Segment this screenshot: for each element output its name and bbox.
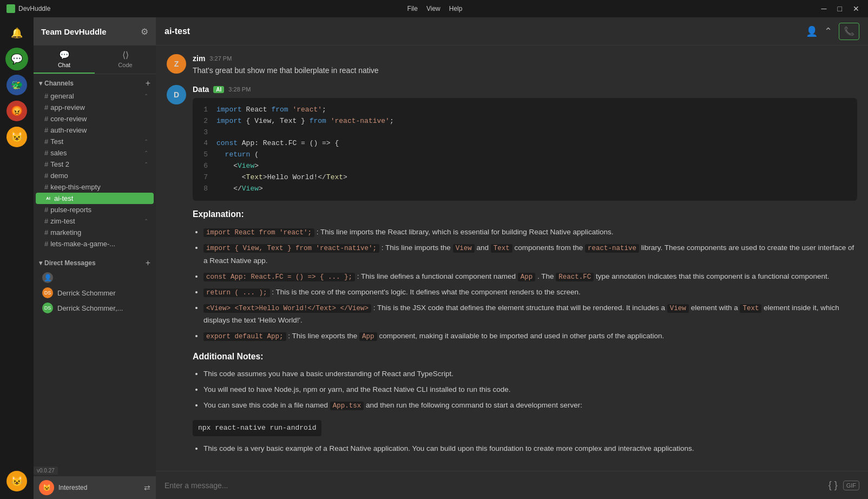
channels-label: Channels bbox=[44, 80, 74, 87]
notes-item-3: You can save this code in a file named A… bbox=[203, 399, 857, 412]
channel-item-left: # sales bbox=[44, 149, 67, 157]
channel-item-left: # lets-make-a-game-... bbox=[44, 240, 115, 248]
channel-item-test[interactable]: # Test ⌃ bbox=[36, 136, 154, 147]
channel-item-game[interactable]: # lets-make-a-game-... bbox=[36, 238, 154, 250]
phone-icon: 📞 bbox=[844, 26, 854, 36]
notes-final-item: This code is a very basic example of a R… bbox=[203, 443, 857, 455]
settings-icon[interactable]: ⚙ bbox=[141, 27, 148, 37]
channel-name: demo bbox=[50, 172, 68, 180]
dm-section-header[interactable]: ▾ Direct Messages + bbox=[34, 254, 156, 270]
hash-icon: # bbox=[44, 160, 48, 168]
sidebar-nav: 💬 Chat ⟨⟩ Code bbox=[34, 45, 156, 74]
channel-item-keep-empty[interactable]: # keep-this-empty bbox=[36, 181, 154, 193]
hash-icon: # bbox=[44, 183, 48, 191]
sidebar: Team DevHuddle ⚙ 💬 Chat ⟨⟩ Code ▾ Channe… bbox=[34, 17, 156, 499]
tab-chat[interactable]: 💬 Chat bbox=[34, 45, 95, 74]
collapse-dm-icon: ▾ bbox=[39, 259, 42, 267]
channel-name: sales bbox=[50, 149, 67, 157]
notification-button[interactable]: 🔔 bbox=[5, 22, 28, 44]
tab-code[interactable]: ⟨⟩ Code bbox=[95, 45, 156, 74]
code-line-1: 1 import React from 'react'; bbox=[201, 104, 849, 116]
explanation-item-6: export default App; : This line exports … bbox=[203, 330, 857, 343]
team-name: Team DevHuddle bbox=[41, 27, 107, 36]
hash-icon: # bbox=[44, 206, 48, 214]
menu-file[interactable]: File bbox=[407, 5, 418, 12]
chat-header: ai-test 👤 ⌃ 📞 bbox=[156, 17, 868, 45]
call-button[interactable]: 📞 bbox=[839, 23, 859, 40]
titlebar-menu: File View Help bbox=[407, 5, 463, 12]
status-icon[interactable]: ⇄ bbox=[144, 483, 150, 492]
titlebar-left: DevHuddle bbox=[6, 4, 50, 13]
message-input[interactable] bbox=[165, 481, 823, 490]
ai-channel-icon: AI bbox=[44, 195, 52, 202]
explanation-item-5: <View> <Text>Hello World!</Text> </View>… bbox=[203, 302, 857, 327]
channel-name: app-review bbox=[50, 103, 85, 111]
dm-item-derrick2[interactable]: DS Derrick Schommer,... bbox=[34, 300, 156, 316]
channel-item-sales[interactable]: # sales ⌃ bbox=[36, 147, 154, 159]
sidebar-footer: v0.0.27 😺 Interested ⇄ bbox=[34, 476, 156, 499]
dm-name bbox=[57, 274, 60, 282]
notes-item-2: You will need to have Node.js, npm or ya… bbox=[203, 384, 857, 396]
dm-item-unknown[interactable]: 👤 bbox=[34, 270, 156, 285]
channel-item-test2[interactable]: # Test 2 ⌃ bbox=[36, 159, 154, 170]
author-data: Data bbox=[193, 85, 209, 94]
explanation-block: Explanation: import React from 'react'; … bbox=[193, 207, 857, 455]
message-input-bar: { } GIF bbox=[156, 471, 868, 499]
chat-header-actions: 👤 ⌃ 📞 bbox=[806, 23, 859, 40]
code-line-2: 2 import { View, Text } from 'react-nati… bbox=[201, 116, 849, 127]
channel-name: keep-this-empty bbox=[50, 183, 100, 191]
channel-item-pulse-reports[interactable]: # pulse-reports bbox=[36, 204, 154, 215]
workspace-avatar-2[interactable]: 😡 bbox=[5, 100, 28, 122]
channel-name: lets-make-a-game-... bbox=[50, 240, 115, 248]
add-dm-icon[interactable]: + bbox=[146, 258, 150, 268]
channel-item-left: # Test 2 bbox=[44, 160, 69, 168]
dm-name: Derrick Schommer bbox=[57, 289, 116, 297]
explanation-item-4: return ( ... ); : This is the core of th… bbox=[203, 286, 857, 299]
chat-icon: 💬 bbox=[11, 53, 23, 65]
maximize-button[interactable]: □ bbox=[836, 3, 844, 14]
channel-item-left: # keep-this-empty bbox=[44, 183, 101, 191]
channel-item-demo[interactable]: # demo bbox=[36, 170, 154, 181]
channel-item-core-review[interactable]: # core-review bbox=[36, 113, 154, 124]
dm-item-derrick1[interactable]: DS Derrick Schommer bbox=[34, 285, 156, 300]
channel-item-auth-review[interactable]: # auth-review bbox=[36, 124, 154, 136]
ai-badge: AI bbox=[213, 86, 224, 93]
channel-item-ai-test[interactable]: AI ai-test bbox=[36, 193, 154, 204]
chat-tab-icon: 💬 bbox=[59, 50, 70, 60]
chat-nav-button[interactable]: 💬 bbox=[5, 48, 28, 70]
emoji-icon[interactable]: { } bbox=[828, 480, 838, 491]
message-content-data: Data AI 3:28 PM 1 import React from 'rea… bbox=[193, 85, 857, 458]
code-line-8: 8 </View> bbox=[201, 183, 849, 195]
notes-heading: Additional Notes: bbox=[193, 350, 857, 364]
channels-section-header[interactable]: ▾ Channels + bbox=[34, 74, 156, 90]
workspace-avatar-1[interactable]: 🐲 bbox=[5, 74, 28, 96]
menu-help[interactable]: Help bbox=[449, 5, 463, 12]
menu-view[interactable]: View bbox=[426, 5, 440, 12]
code-line-6: 6 <View> bbox=[201, 161, 849, 172]
hash-icon: # bbox=[44, 103, 48, 111]
minimize-button[interactable]: ─ bbox=[819, 3, 829, 14]
channel-item-general[interactable]: # general ⌃ bbox=[36, 90, 154, 102]
app-title: DevHuddle bbox=[18, 5, 50, 12]
person-icon[interactable]: 👤 bbox=[806, 25, 818, 37]
gif-button[interactable]: GIF bbox=[843, 481, 859, 490]
channel-item-marketing[interactable]: # marketing bbox=[36, 227, 154, 238]
app-body: 🔔 💬 🐲 😡 😺 😺 Team DevHuddle ⚙ � bbox=[0, 17, 868, 499]
channel-item-zim-test[interactable]: # zim-test ⌃ bbox=[36, 215, 154, 227]
add-channel-icon[interactable]: + bbox=[146, 78, 150, 88]
chevron-icon: ⌃ bbox=[144, 161, 148, 167]
collapse-channels-icon: ▾ bbox=[39, 80, 42, 87]
workspace-avatar-3[interactable]: 😺 bbox=[5, 126, 28, 148]
chevron-up-icon[interactable]: ⌃ bbox=[824, 25, 832, 37]
close-button[interactable]: ✕ bbox=[851, 3, 862, 14]
user-avatar-rail[interactable]: 😺 bbox=[5, 470, 28, 493]
channel-name: Test 2 bbox=[50, 160, 69, 168]
chat-tab-label: Chat bbox=[58, 62, 70, 68]
channel-item-left: # zim-test bbox=[44, 217, 75, 225]
dm-avatar-derrick1: DS bbox=[42, 287, 53, 298]
author-zim: zim bbox=[193, 54, 205, 63]
dm-avatar-derrick2: DS bbox=[42, 303, 53, 313]
message-content-zim: zim 3:27 PM That's great but show me tha… bbox=[193, 54, 857, 76]
channel-item-left: # Test bbox=[44, 137, 63, 146]
channel-item-app-review[interactable]: # app-review bbox=[36, 102, 154, 113]
